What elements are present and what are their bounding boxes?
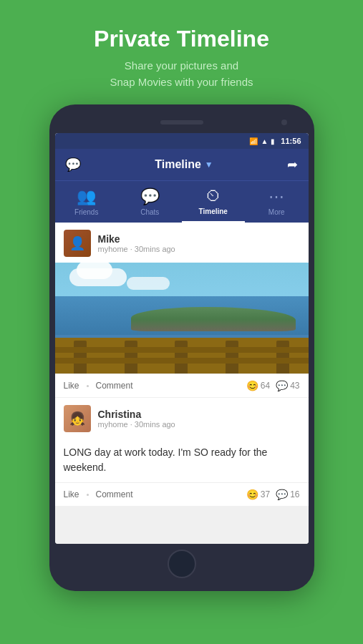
battery-icon: ▮	[271, 137, 275, 145]
post-image-mike	[55, 263, 309, 374]
post-header-mike: 👤 Mike myhome · 30mins ago	[55, 223, 309, 263]
phone-screen: 📶 ▲ ▮ 11:56 💬 Timeline ▼ ➦ 👥 Friends 💬	[55, 133, 309, 544]
app-bar: 💬 Timeline ▼ ➦	[55, 149, 309, 180]
stats-christina: 😊 37 💬 16	[246, 489, 300, 500]
nav-item-more[interactable]: ⋯ More	[245, 181, 309, 223]
comment-icon-christina: 💬	[276, 489, 288, 500]
stats-mike: 😊 64 💬 43	[246, 380, 300, 391]
status-time: 11:56	[281, 137, 301, 145]
post-actions-christina: Like Comment 😊 37 💬 16	[55, 482, 309, 506]
fence	[55, 338, 309, 374]
post-card-mike: 👤 Mike myhome · 30mins ago	[55, 223, 309, 397]
page-subtitle: Share your pictures andSnap Movies with …	[94, 58, 269, 90]
island	[131, 307, 296, 331]
fence-rail-1	[55, 347, 309, 353]
action-dot-2	[87, 494, 89, 496]
phone-camera	[281, 119, 287, 125]
status-icons: 📶 ▲ ▮ 11:56	[249, 137, 301, 145]
like-button-christina[interactable]: Like	[64, 489, 79, 499]
comment-count-mike: 💬 43	[276, 380, 299, 391]
nav-item-chats[interactable]: 💬 Chats	[118, 181, 182, 223]
post-author-christina: Christina	[98, 409, 175, 420]
comment-icon-mike: 💬	[276, 380, 288, 391]
action-dot	[87, 385, 89, 387]
cloud-1	[69, 268, 127, 286]
post-time-christina: myhome · 30mins ago	[98, 420, 175, 429]
comment-button-mike[interactable]: Comment	[96, 381, 133, 391]
like-count-christina: 😊 37	[246, 489, 270, 500]
avatar-christina: 👧	[64, 405, 91, 432]
signal-icon: ▲	[261, 137, 268, 145]
post-header-christina: 👧 Christina myhome · 30mins ago	[55, 398, 309, 438]
post-meta-mike: Mike myhome · 30mins ago	[98, 233, 175, 253]
content-area: 👤 Mike myhome · 30mins ago	[55, 223, 309, 544]
phone-speaker	[160, 120, 203, 125]
nav-item-friends[interactable]: 👥 Friends	[55, 181, 119, 223]
like-icon-mike: 😊	[246, 380, 258, 391]
cloud-2	[127, 277, 170, 290]
share-icon[interactable]: ➦	[287, 157, 298, 172]
post-actions-mike: Like Comment 😊 64 💬 43	[55, 374, 309, 397]
page-header: Private Timeline Share your pictures and…	[79, 0, 284, 104]
chats-icon: 💬	[140, 187, 160, 206]
more-icon: ⋯	[268, 187, 284, 206]
home-button[interactable]	[168, 550, 196, 578]
phone-device: 📶 ▲ ▮ 11:56 💬 Timeline ▼ ➦ 👥 Friends 💬	[49, 104, 314, 591]
post-author-mike: Mike	[98, 233, 175, 245]
comment-icon[interactable]: 💬	[65, 157, 81, 172]
wifi-icon: 📶	[249, 137, 258, 145]
phone-top-bar	[55, 114, 309, 130]
dropdown-arrow-icon[interactable]: ▼	[205, 160, 213, 170]
post-card-christina: 👧 Christina myhome · 30mins ago LONG day…	[55, 398, 309, 506]
fence-rail-2	[55, 358, 309, 364]
post-time-mike: myhome · 30mins ago	[98, 245, 175, 253]
status-bar: 📶 ▲ ▮ 11:56	[55, 133, 309, 149]
timeline-icon: ⏲	[205, 187, 221, 205]
page-title: Private Timeline	[94, 26, 269, 52]
nav-item-timeline[interactable]: ⏲ Timeline	[182, 181, 246, 223]
comment-count-christina: 💬 16	[276, 489, 299, 500]
app-bar-title: Timeline ▼	[155, 158, 213, 171]
avatar-mike: 👤	[64, 230, 91, 257]
like-count-mike: 😊 64	[246, 380, 270, 391]
nav-bar: 👥 Friends 💬 Chats ⏲ Timeline ⋯ More	[55, 180, 309, 223]
comment-button-christina[interactable]: Comment	[96, 489, 133, 499]
like-icon-christina: 😊	[246, 489, 258, 500]
post-text-christina: LONG day at work today. I'm SO ready for…	[55, 438, 309, 482]
friends-icon: 👥	[77, 187, 96, 206]
like-button-mike[interactable]: Like	[64, 381, 79, 391]
post-meta-christina: Christina myhome · 30mins ago	[98, 409, 175, 429]
